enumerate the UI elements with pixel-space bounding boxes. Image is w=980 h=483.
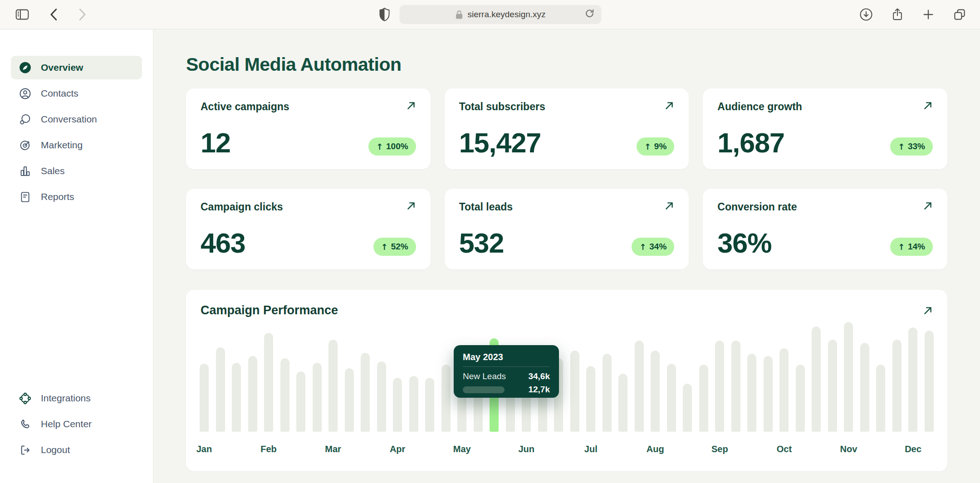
sidebar-item-reports[interactable]: Reports [11,185,142,209]
chart-bar[interactable] [393,378,402,432]
up-arrow-icon: ↑ [644,142,651,151]
chart-bar[interactable] [216,347,225,432]
address-bar[interactable]: sierra.keydesign.xyz [400,5,602,24]
phone-icon [19,418,31,430]
chart-bar[interactable] [828,340,837,432]
main-content: Social Media Automation Active campaigns… [153,29,980,483]
chart-bar[interactable] [844,322,853,432]
month-label: Mar [325,444,341,454]
sidebar-item-logout[interactable]: Logout [11,438,142,462]
sidebar-item-marketing[interactable]: Marketing [11,133,142,157]
new-tab-icon[interactable] [922,8,935,21]
chart-bar[interactable] [715,341,724,432]
stat-change-value: 100% [386,141,408,151]
reload-icon[interactable] [584,9,596,20]
person-circle-icon [19,88,31,100]
chart-bar[interactable] [731,341,740,432]
month-label: Jun [518,444,534,454]
chart-bar[interactable] [361,353,370,432]
tab-overview-icon[interactable] [953,8,966,21]
sidebar-item-label: Overview [41,62,83,73]
arrow-up-right-icon[interactable] [664,101,674,111]
stat-card-total-subscribers: Total subscribers 15,427 ↑ 9% [445,88,689,169]
forward-icon[interactable] [78,8,87,21]
month-label: Feb [260,444,277,454]
logout-icon [19,444,31,456]
chart-bar[interactable] [248,356,257,432]
arrow-up-right-icon[interactable] [923,101,933,111]
chart-bar[interactable] [603,354,612,432]
sidebar-item-label: Logout [41,444,70,455]
arrow-up-right-icon[interactable] [406,101,416,111]
arrow-up-right-icon[interactable] [923,306,933,316]
month-label: Apr [390,444,405,454]
sidebar-item-label: Sales [41,166,65,176]
arrow-up-right-icon[interactable] [406,201,416,211]
chart-bar[interactable] [764,356,773,432]
browser-window: sierra.keydesign.xyz [0,0,980,483]
arrow-up-right-icon[interactable] [664,201,674,211]
month-label: Nov [840,444,858,454]
sidebar-nav: Overview Contacts [11,56,142,211]
chart-bar[interactable] [377,361,386,432]
stat-card-title: Audience growth [717,101,802,113]
month-label: May [453,444,471,454]
sidebar-item-sales[interactable]: Sales [11,159,142,183]
chart-bar[interactable] [876,365,885,432]
chart-bar[interactable] [683,384,692,432]
chart-bar[interactable] [200,364,209,432]
stat-card-title: Total subscribers [459,101,545,113]
month-label: Sep [711,444,728,454]
sidebar-item-help-center[interactable]: Help Center [11,412,142,436]
stat-card-active-campaigns: Active campaigns 12 ↑ 100% [186,88,431,169]
chart-bar[interactable] [586,366,595,432]
chart-bar[interactable] [264,333,273,432]
chart-bar[interactable] [635,341,644,432]
stat-value: 12 [201,131,230,156]
chart-title: Campaign Performance [201,303,338,317]
chart-bar[interactable] [747,354,756,432]
chart-bar[interactable] [313,363,322,432]
month-label: Aug [647,444,664,454]
chart-bar[interactable] [651,351,660,432]
share-icon[interactable] [891,7,904,22]
sidebar-item-integrations[interactable]: Integrations [11,386,142,410]
chart-bar[interactable] [425,378,434,432]
chart-tooltip: May 2023 New Leads 34,6k 12,7k [454,345,559,398]
chart-bar[interactable] [796,365,805,432]
sidebar-toggle-icon[interactable] [15,9,29,20]
chart-bar[interactable] [812,327,821,432]
sidebar-item-label: Help Center [41,419,92,429]
back-icon[interactable] [49,8,58,21]
chart-bar[interactable] [699,365,708,432]
chart-bar[interactable] [779,348,789,432]
chart-bar[interactable] [667,364,676,432]
chart-bar[interactable] [618,374,627,432]
arrow-up-right-icon[interactable] [923,201,933,211]
chart-bar[interactable] [409,376,418,432]
stat-card-campaign-clicks: Campaign clicks 463 ↑ 52% [186,189,431,269]
chart-bar[interactable] [908,327,917,432]
month-label: Jul [584,444,598,454]
month-label: Dec [905,444,921,454]
chart-bar[interactable] [232,363,241,432]
chart-bar[interactable] [328,340,338,432]
chart-bar[interactable] [925,331,934,432]
chart-bar[interactable] [345,368,354,432]
chart-bar[interactable] [570,351,579,432]
stat-card-total-leads: Total leads 532 ↑ 34% [445,189,689,269]
sidebar-item-conversation[interactable]: Conversation [11,107,142,131]
downloads-icon[interactable] [859,8,873,21]
chart-bar[interactable] [296,371,305,432]
chart-bar[interactable] [441,365,451,432]
bar-chart-icon [19,165,31,177]
chart-bar[interactable] [860,343,869,432]
chart-bar[interactable] [280,358,289,432]
chart-bar[interactable] [892,340,902,432]
stat-card-title: Total leads [459,201,513,213]
sidebar-item-label: Reports [41,191,74,202]
privacy-shield-icon[interactable] [379,8,391,21]
sidebar-item-contacts[interactable]: Contacts [11,82,142,105]
sidebar-item-overview[interactable]: Overview [11,56,142,79]
stat-cards-grid: Active campaigns 12 ↑ 100% [186,88,947,269]
